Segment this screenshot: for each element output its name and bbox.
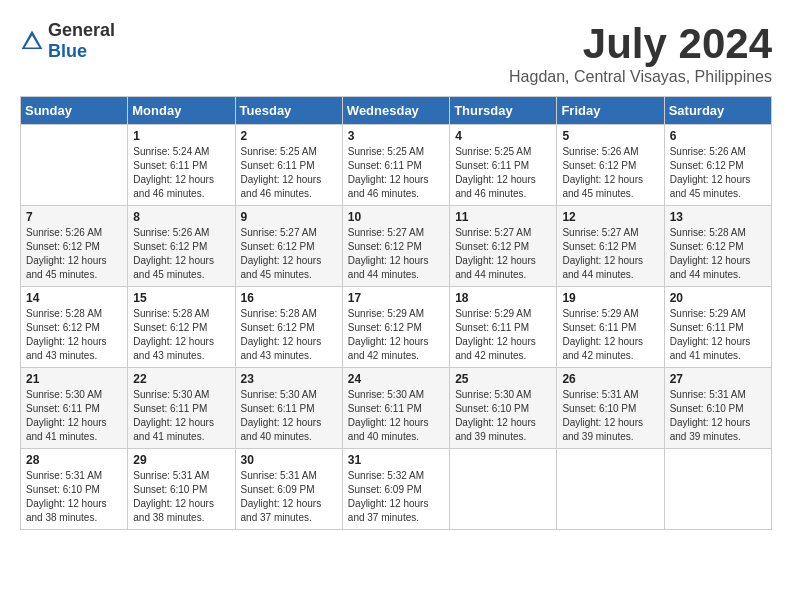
day-info: Sunrise: 5:25 AMSunset: 6:11 PMDaylight:… [241, 145, 337, 201]
location-subtitle: Hagdan, Central Visayas, Philippines [509, 68, 772, 86]
day-info: Sunrise: 5:31 AMSunset: 6:10 PMDaylight:… [562, 388, 658, 444]
day-number: 12 [562, 210, 658, 224]
day-info: Sunrise: 5:31 AMSunset: 6:09 PMDaylight:… [241, 469, 337, 525]
calendar-cell: 13Sunrise: 5:28 AMSunset: 6:12 PMDayligh… [664, 206, 771, 287]
calendar-cell: 27Sunrise: 5:31 AMSunset: 6:10 PMDayligh… [664, 368, 771, 449]
day-number: 8 [133, 210, 229, 224]
day-info: Sunrise: 5:27 AMSunset: 6:12 PMDaylight:… [241, 226, 337, 282]
logo-general-text: General [48, 20, 115, 40]
calendar-cell: 29Sunrise: 5:31 AMSunset: 6:10 PMDayligh… [128, 449, 235, 530]
weekday-header-wednesday: Wednesday [342, 97, 449, 125]
day-number: 6 [670, 129, 766, 143]
day-number: 20 [670, 291, 766, 305]
weekday-header-row: SundayMondayTuesdayWednesdayThursdayFrid… [21, 97, 772, 125]
week-row-4: 21Sunrise: 5:30 AMSunset: 6:11 PMDayligh… [21, 368, 772, 449]
day-number: 18 [455, 291, 551, 305]
day-number: 15 [133, 291, 229, 305]
day-info: Sunrise: 5:24 AMSunset: 6:11 PMDaylight:… [133, 145, 229, 201]
day-info: Sunrise: 5:31 AMSunset: 6:10 PMDaylight:… [670, 388, 766, 444]
week-row-3: 14Sunrise: 5:28 AMSunset: 6:12 PMDayligh… [21, 287, 772, 368]
week-row-2: 7Sunrise: 5:26 AMSunset: 6:12 PMDaylight… [21, 206, 772, 287]
calendar-cell: 7Sunrise: 5:26 AMSunset: 6:12 PMDaylight… [21, 206, 128, 287]
day-number: 30 [241, 453, 337, 467]
header: General Blue July 2024 Hagdan, Central V… [20, 20, 772, 86]
day-number: 3 [348, 129, 444, 143]
day-info: Sunrise: 5:28 AMSunset: 6:12 PMDaylight:… [133, 307, 229, 363]
calendar-cell: 31Sunrise: 5:32 AMSunset: 6:09 PMDayligh… [342, 449, 449, 530]
day-number: 31 [348, 453, 444, 467]
logo: General Blue [20, 20, 115, 62]
day-number: 16 [241, 291, 337, 305]
weekday-header-sunday: Sunday [21, 97, 128, 125]
calendar-cell [450, 449, 557, 530]
weekday-header-thursday: Thursday [450, 97, 557, 125]
calendar-cell: 18Sunrise: 5:29 AMSunset: 6:11 PMDayligh… [450, 287, 557, 368]
calendar-cell: 3Sunrise: 5:25 AMSunset: 6:11 PMDaylight… [342, 125, 449, 206]
calendar-cell [664, 449, 771, 530]
calendar-cell: 15Sunrise: 5:28 AMSunset: 6:12 PMDayligh… [128, 287, 235, 368]
calendar-cell [557, 449, 664, 530]
calendar-cell: 6Sunrise: 5:26 AMSunset: 6:12 PMDaylight… [664, 125, 771, 206]
day-info: Sunrise: 5:29 AMSunset: 6:11 PMDaylight:… [455, 307, 551, 363]
day-number: 14 [26, 291, 122, 305]
day-number: 28 [26, 453, 122, 467]
day-info: Sunrise: 5:29 AMSunset: 6:11 PMDaylight:… [562, 307, 658, 363]
day-info: Sunrise: 5:30 AMSunset: 6:11 PMDaylight:… [26, 388, 122, 444]
week-row-1: 1Sunrise: 5:24 AMSunset: 6:11 PMDaylight… [21, 125, 772, 206]
day-number: 13 [670, 210, 766, 224]
calendar-cell: 17Sunrise: 5:29 AMSunset: 6:12 PMDayligh… [342, 287, 449, 368]
calendar-cell: 24Sunrise: 5:30 AMSunset: 6:11 PMDayligh… [342, 368, 449, 449]
month-year-title: July 2024 [509, 20, 772, 68]
day-number: 27 [670, 372, 766, 386]
day-info: Sunrise: 5:30 AMSunset: 6:11 PMDaylight:… [241, 388, 337, 444]
day-info: Sunrise: 5:31 AMSunset: 6:10 PMDaylight:… [133, 469, 229, 525]
calendar-cell: 8Sunrise: 5:26 AMSunset: 6:12 PMDaylight… [128, 206, 235, 287]
day-info: Sunrise: 5:26 AMSunset: 6:12 PMDaylight:… [133, 226, 229, 282]
day-info: Sunrise: 5:29 AMSunset: 6:12 PMDaylight:… [348, 307, 444, 363]
day-info: Sunrise: 5:25 AMSunset: 6:11 PMDaylight:… [455, 145, 551, 201]
day-number: 10 [348, 210, 444, 224]
calendar-cell: 10Sunrise: 5:27 AMSunset: 6:12 PMDayligh… [342, 206, 449, 287]
calendar-cell: 21Sunrise: 5:30 AMSunset: 6:11 PMDayligh… [21, 368, 128, 449]
day-info: Sunrise: 5:30 AMSunset: 6:11 PMDaylight:… [348, 388, 444, 444]
calendar-cell: 9Sunrise: 5:27 AMSunset: 6:12 PMDaylight… [235, 206, 342, 287]
calendar-cell: 12Sunrise: 5:27 AMSunset: 6:12 PMDayligh… [557, 206, 664, 287]
weekday-header-friday: Friday [557, 97, 664, 125]
calendar-cell: 16Sunrise: 5:28 AMSunset: 6:12 PMDayligh… [235, 287, 342, 368]
generalblue-icon [20, 29, 44, 53]
day-info: Sunrise: 5:29 AMSunset: 6:11 PMDaylight:… [670, 307, 766, 363]
calendar-cell: 26Sunrise: 5:31 AMSunset: 6:10 PMDayligh… [557, 368, 664, 449]
calendar-cell: 30Sunrise: 5:31 AMSunset: 6:09 PMDayligh… [235, 449, 342, 530]
day-number: 29 [133, 453, 229, 467]
day-info: Sunrise: 5:27 AMSunset: 6:12 PMDaylight:… [348, 226, 444, 282]
day-info: Sunrise: 5:26 AMSunset: 6:12 PMDaylight:… [670, 145, 766, 201]
calendar-cell: 23Sunrise: 5:30 AMSunset: 6:11 PMDayligh… [235, 368, 342, 449]
calendar-cell: 19Sunrise: 5:29 AMSunset: 6:11 PMDayligh… [557, 287, 664, 368]
title-area: July 2024 Hagdan, Central Visayas, Phili… [509, 20, 772, 86]
weekday-header-tuesday: Tuesday [235, 97, 342, 125]
week-row-5: 28Sunrise: 5:31 AMSunset: 6:10 PMDayligh… [21, 449, 772, 530]
day-info: Sunrise: 5:28 AMSunset: 6:12 PMDaylight:… [241, 307, 337, 363]
calendar-cell: 11Sunrise: 5:27 AMSunset: 6:12 PMDayligh… [450, 206, 557, 287]
day-number: 26 [562, 372, 658, 386]
day-number: 1 [133, 129, 229, 143]
calendar-cell: 5Sunrise: 5:26 AMSunset: 6:12 PMDaylight… [557, 125, 664, 206]
weekday-header-monday: Monday [128, 97, 235, 125]
day-info: Sunrise: 5:25 AMSunset: 6:11 PMDaylight:… [348, 145, 444, 201]
day-info: Sunrise: 5:31 AMSunset: 6:10 PMDaylight:… [26, 469, 122, 525]
calendar-cell: 14Sunrise: 5:28 AMSunset: 6:12 PMDayligh… [21, 287, 128, 368]
day-info: Sunrise: 5:26 AMSunset: 6:12 PMDaylight:… [562, 145, 658, 201]
day-info: Sunrise: 5:32 AMSunset: 6:09 PMDaylight:… [348, 469, 444, 525]
calendar-cell: 2Sunrise: 5:25 AMSunset: 6:11 PMDaylight… [235, 125, 342, 206]
day-number: 11 [455, 210, 551, 224]
calendar-cell: 4Sunrise: 5:25 AMSunset: 6:11 PMDaylight… [450, 125, 557, 206]
calendar-cell: 25Sunrise: 5:30 AMSunset: 6:10 PMDayligh… [450, 368, 557, 449]
calendar-table: SundayMondayTuesdayWednesdayThursdayFrid… [20, 96, 772, 530]
day-number: 19 [562, 291, 658, 305]
day-number: 22 [133, 372, 229, 386]
day-info: Sunrise: 5:30 AMSunset: 6:11 PMDaylight:… [133, 388, 229, 444]
day-number: 5 [562, 129, 658, 143]
day-number: 24 [348, 372, 444, 386]
day-info: Sunrise: 5:28 AMSunset: 6:12 PMDaylight:… [26, 307, 122, 363]
day-info: Sunrise: 5:30 AMSunset: 6:10 PMDaylight:… [455, 388, 551, 444]
